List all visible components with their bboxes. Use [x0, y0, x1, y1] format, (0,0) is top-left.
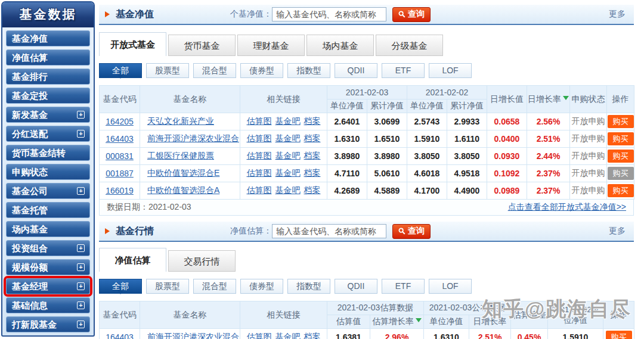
archive-link[interactable]: 档案	[304, 133, 321, 143]
expand-plus-icon[interactable]	[77, 130, 85, 138]
tab-trading-quotes[interactable]: 交易行情	[168, 250, 236, 272]
expand-plus-icon[interactable]	[77, 263, 85, 271]
sidebar-item-fund-aip[interactable]: 基金定投	[6, 88, 90, 104]
archive-link[interactable]: 档案	[304, 185, 321, 195]
sidebar-item-money-fund-transfer[interactable]: 货币基金结转	[6, 145, 90, 161]
estimate-chart-link[interactable]: 估算图	[247, 133, 272, 143]
fund-name-link[interactable]: 前海开源沪港深农业混合	[147, 133, 239, 143]
fund-name-link[interactable]: 前海开源沪港深农业混合	[147, 332, 239, 339]
filter-hybrid[interactable]: 混合型	[193, 63, 236, 78]
fund-name-link[interactable]: 中欧价值智选混合A	[147, 185, 219, 195]
filter-all[interactable]: 全部	[99, 63, 142, 78]
sidebar-item-fund-company[interactable]: 基金公司	[6, 183, 90, 199]
fund-code-link[interactable]: 001887	[106, 169, 134, 178]
estimate-chart-link[interactable]: 估算图	[247, 185, 272, 195]
unit-nav-2: 1.5910	[407, 130, 447, 148]
fund-code-link[interactable]: 000831	[106, 151, 134, 161]
more-link[interactable]: 更多	[609, 9, 626, 20]
col-estimate-rate[interactable]: 估算增长率	[370, 315, 424, 329]
buy-button[interactable]: 购买	[608, 132, 634, 145]
sidebar-item-ipo-funds[interactable]: 打新股基金	[6, 316, 90, 332]
fund-forum-link[interactable]: 基金吧	[275, 116, 301, 126]
sidebar-item-fund-ranking[interactable]: 基金排行	[6, 69, 90, 85]
search-icon	[398, 228, 405, 235]
tab-exchange-funds[interactable]: 场内基金	[306, 35, 374, 56]
buy-button[interactable]: 购买	[608, 150, 634, 163]
fund-code-cell: 000831	[100, 148, 140, 165]
filter-qdii[interactable]: QDII	[335, 279, 377, 294]
estimate-chart-link[interactable]: 估算图	[247, 332, 272, 339]
fund-code-link[interactable]: 166019	[106, 186, 134, 195]
action-cell: 购买	[607, 113, 634, 130]
filter-bond[interactable]: 债券型	[240, 279, 283, 294]
filter-bond[interactable]: 债券型	[240, 63, 283, 78]
sidebar-item-scale-share[interactable]: 规模份额	[6, 259, 90, 275]
fund-estimate-search-input[interactable]	[272, 224, 386, 238]
view-all-open-funds-link[interactable]: 点击查看全部开放式基金净值>>	[508, 202, 626, 213]
sidebar-item-basic-info[interactable]: 基础信息	[6, 297, 90, 313]
more-link[interactable]: 更多	[609, 226, 626, 237]
fund-code-link[interactable]: 164403	[106, 134, 134, 144]
col-daily-growth-rate[interactable]: 日增长率	[527, 86, 570, 113]
fund-search-input[interactable]	[272, 7, 386, 21]
buy-button[interactable]: 购买	[608, 184, 634, 197]
buy-button-disabled[interactable]: 购买	[608, 167, 634, 180]
expand-plus-icon[interactable]	[77, 111, 85, 119]
filter-etf[interactable]: ETF	[382, 63, 425, 78]
fund-code-link[interactable]: 164403	[106, 332, 134, 339]
filter-lof[interactable]: LOF	[429, 279, 472, 294]
tab-open-end-funds[interactable]: 开放式基金	[99, 32, 166, 56]
archive-link[interactable]: 档案	[304, 168, 321, 178]
sidebar-item-purchase-status[interactable]: 申购状态	[6, 164, 90, 180]
filter-hybrid[interactable]: 混合型	[193, 279, 236, 294]
sidebar-item-fund-nav[interactable]: 基金净值	[6, 30, 90, 46]
archive-link[interactable]: 档案	[304, 332, 321, 339]
tab-nav-estimate[interactable]: 净值估算	[99, 248, 166, 272]
estimate-chart-link[interactable]: 估算图	[247, 151, 272, 160]
sidebar-item-exchange-funds[interactable]: 场内基金	[6, 221, 90, 237]
estimate-chart-link[interactable]: 估算图	[247, 168, 272, 178]
buy-button[interactable]: 购买	[606, 331, 632, 339]
fund-forum-link[interactable]: 基金吧	[275, 151, 301, 160]
sidebar-item-portfolio[interactable]: 投资组合	[6, 240, 90, 256]
section-title: 基金净值	[116, 8, 154, 21]
fund-name-link[interactable]: 天弘文化新兴产业	[147, 116, 214, 126]
fund-forum-link[interactable]: 基金吧	[275, 133, 301, 143]
tab-wealth-funds[interactable]: 理财基金	[237, 35, 305, 56]
filter-index[interactable]: 指数型	[287, 279, 330, 294]
filter-etf[interactable]: ETF	[382, 279, 425, 294]
expand-plus-icon[interactable]	[77, 187, 85, 195]
filter-qdii[interactable]: QDII	[335, 63, 377, 78]
sidebar-item-fund-manager[interactable]: 基金经理	[6, 278, 90, 294]
expand-plus-icon[interactable]	[77, 301, 85, 309]
fund-forum-link[interactable]: 基金吧	[275, 185, 301, 195]
fund-name-link[interactable]: 工银医疗保健股票	[147, 151, 214, 160]
sidebar-item-dividends[interactable]: 分红送配	[6, 126, 90, 142]
buy-button[interactable]: 购买	[608, 115, 634, 128]
filter-stock[interactable]: 股票型	[146, 279, 189, 294]
fund-forum-link[interactable]: 基金吧	[275, 332, 301, 339]
fund-name-link[interactable]: 中欧价值智选混合E	[147, 168, 219, 178]
estimate-chart-link[interactable]: 估算图	[247, 116, 272, 126]
tab-structured-funds[interactable]: 分级基金	[376, 35, 443, 56]
filter-index[interactable]: 指数型	[287, 63, 330, 78]
table-group-header-row: 基金代码 基金名称 相关链接 2021-02-03 2021-02-02 日增长…	[100, 86, 634, 99]
query-button[interactable]: 查询	[392, 224, 431, 239]
filter-lof[interactable]: LOF	[429, 63, 472, 78]
query-button[interactable]: 查询	[392, 7, 431, 22]
sidebar-item-fund-custody[interactable]: 基金托管	[6, 202, 90, 218]
archive-link[interactable]: 档案	[304, 151, 321, 160]
sidebar-item-nav-estimate[interactable]: 净值估算	[6, 49, 90, 66]
tab-money-funds[interactable]: 货币基金	[168, 35, 236, 56]
expand-plus-icon[interactable]	[77, 282, 85, 290]
fund-code-link[interactable]: 164205	[106, 117, 134, 126]
filter-stock[interactable]: 股票型	[146, 63, 189, 78]
archive-link[interactable]: 档案	[304, 116, 321, 126]
unit-nav: 1.6310	[424, 329, 469, 339]
orange-arrow-icon	[105, 228, 110, 234]
sidebar-item-new-funds[interactable]: 新发基金	[6, 107, 90, 123]
expand-plus-icon[interactable]	[77, 321, 85, 328]
fund-forum-link[interactable]: 基金吧	[275, 168, 301, 178]
expand-plus-icon[interactable]	[77, 244, 85, 252]
filter-all[interactable]: 全部	[99, 279, 142, 294]
